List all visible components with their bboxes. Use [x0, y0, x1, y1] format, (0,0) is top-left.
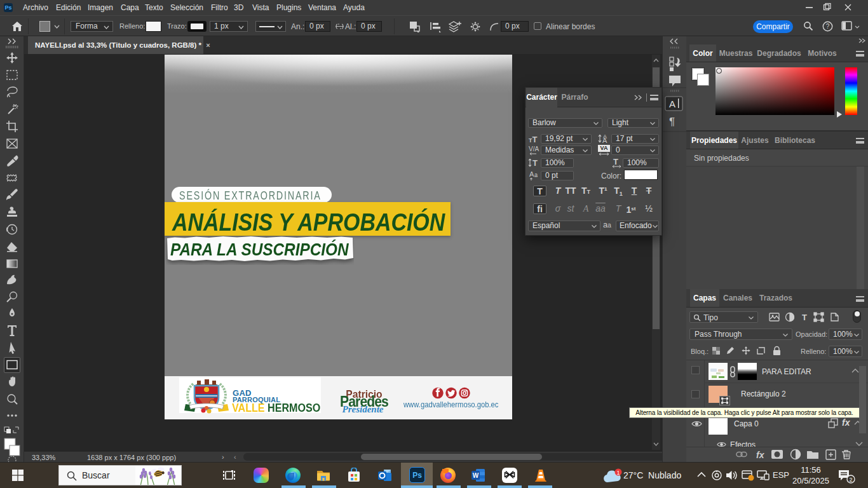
svg-text:fx: fx: [756, 450, 765, 460]
svg-text:¶: ¶: [669, 116, 675, 128]
svg-text:a: a: [534, 172, 538, 178]
svg-text:2: 2: [849, 477, 852, 483]
svg-text:V/A: V/A: [529, 146, 539, 152]
svg-text:T: T: [802, 313, 807, 322]
svg-text:A: A: [669, 98, 675, 109]
svg-text:T: T: [532, 158, 538, 168]
svg-text:1: 1: [616, 470, 620, 476]
svg-text:A: A: [602, 137, 607, 144]
svg-text:W: W: [473, 472, 479, 479]
svg-text:A: A: [529, 170, 534, 178]
svg-text:?: ?: [826, 23, 830, 30]
